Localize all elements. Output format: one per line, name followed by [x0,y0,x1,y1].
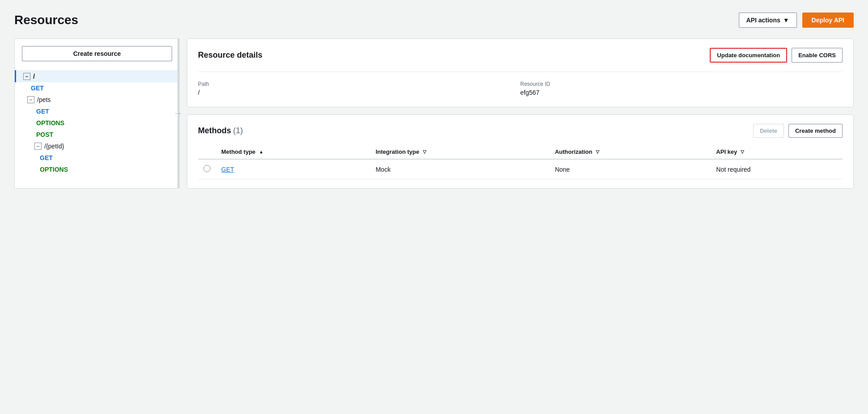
collapse-icon-root: − [23,73,30,80]
detail-resource-id-value: efg567 [520,89,835,96]
method-type-link[interactable]: GET [221,166,234,173]
sort-icon-integration-type: ▽ [423,149,426,154]
api-actions-label: API actions [746,17,780,24]
methods-card: Methods (1) Delete Create method [187,114,854,189]
methods-table-head: Method type ▲ Integration type ▽ [198,145,843,159]
tree-label-get-pets: GET [36,108,49,115]
tree-item-options-petid[interactable]: OPTIONS [15,164,179,175]
tree-label-options-petid: OPTIONS [40,166,68,173]
row-api-key-cell: Not required [711,159,843,179]
tree-label-petid: /{petId} [44,143,64,150]
authorization-value: None [555,166,569,173]
row-authorization-cell: None [549,159,711,179]
resize-handle[interactable]: ⋮ [177,39,179,188]
sort-icon-api-key: ▽ [741,149,744,154]
methods-title: Methods [198,126,231,135]
detail-path-label: Path [198,81,513,87]
col-label-integration-type: Integration type [375,148,419,155]
collapse-icon-petid: − [34,143,42,150]
page-container: Resources API actions ▼ Deploy API Creat… [0,0,868,201]
tree-item-get-root[interactable]: GET [15,82,179,94]
col-label-api-key: API key [716,148,737,155]
update-documentation-button[interactable]: Update documentation [710,48,787,63]
main-content: Create resource − / GET − /pets [14,38,854,189]
methods-table-header-row: Method type ▲ Integration type ▽ [198,145,843,159]
resize-dots-icon: ⋮ [175,111,181,116]
tree-label-pets: /pets [37,96,51,103]
resource-details-card: Resource details Update documentation En… [187,38,854,107]
tree-label-root: / [33,72,35,80]
tree-label-post-pets: POST [36,131,53,138]
row-integration-type-cell: Mock [370,159,549,179]
resource-details-actions: Update documentation Enable CORS [710,48,843,63]
tree-item-options-pets[interactable]: OPTIONS [15,117,179,129]
col-header-api-key[interactable]: API key ▽ [711,145,843,159]
tree-item-root[interactable]: − / [15,70,179,82]
tree-item-petid[interactable]: − /{petId} [15,140,179,152]
left-panel: Create resource − / GET − /pets [14,38,180,189]
resource-tree: − / GET − /pets GET OPTIONS [15,70,179,175]
tree-item-pets[interactable]: − /pets [15,94,179,106]
detail-resource-id: Resource ID efg567 [520,79,843,98]
col-label-method-type: Method type [221,148,256,155]
create-resource-button[interactable]: Create resource [22,46,172,61]
tree-label-get-petid: GET [40,154,53,161]
resource-details-grid: Path / Resource ID efg567 [198,72,843,98]
table-row: GET Mock None Not required [198,159,843,179]
col-header-authorization[interactable]: Authorization ▽ [549,145,711,159]
sort-icon-authorization: ▽ [596,149,599,154]
detail-path-value: / [198,89,513,96]
methods-table: Method type ▲ Integration type ▽ [198,145,843,179]
page-title: Resources [14,13,78,27]
radio-select[interactable] [203,165,211,172]
col-label-authorization: Authorization [555,148,592,155]
methods-header: Methods (1) Delete Create method [198,124,843,138]
col-header-select [198,145,216,159]
chevron-down-icon: ▼ [783,17,789,24]
create-method-button[interactable]: Create method [788,124,843,138]
row-method-type-cell: GET [216,159,370,179]
col-header-method-type[interactable]: Method type ▲ [216,145,370,159]
detail-path: Path / [198,79,520,98]
methods-actions: Delete Create method [753,124,843,138]
sort-icon-method-type: ▲ [259,149,264,154]
integration-type-value: Mock [375,166,390,173]
methods-table-body: GET Mock None Not required [198,159,843,179]
delete-method-button[interactable]: Delete [753,124,784,138]
tree-item-post-pets[interactable]: POST [15,129,179,140]
tree-item-get-petid[interactable]: GET [15,152,179,164]
tree-label-get-root: GET [31,84,44,92]
collapse-icon-pets: − [27,96,34,103]
resource-details-header: Resource details Update documentation En… [198,48,843,63]
page-header: Resources API actions ▼ Deploy API [14,13,854,28]
resource-details-title: Resource details [198,51,262,60]
tree-item-get-pets[interactable]: GET [15,106,179,117]
deploy-api-button[interactable]: Deploy API [802,13,854,28]
row-select-cell[interactable] [198,159,216,179]
enable-cors-button[interactable]: Enable CORS [792,48,843,63]
right-panel: Resource details Update documentation En… [187,38,854,189]
api-actions-button[interactable]: API actions ▼ [739,13,797,28]
col-header-integration-type[interactable]: Integration type ▽ [370,145,549,159]
api-key-value: Not required [716,166,750,173]
tree-label-options-pets: OPTIONS [36,119,64,127]
header-actions: API actions ▼ Deploy API [739,13,854,28]
detail-resource-id-label: Resource ID [520,81,835,87]
methods-count: (1) [233,126,243,135]
methods-title-container: Methods (1) [198,126,243,135]
